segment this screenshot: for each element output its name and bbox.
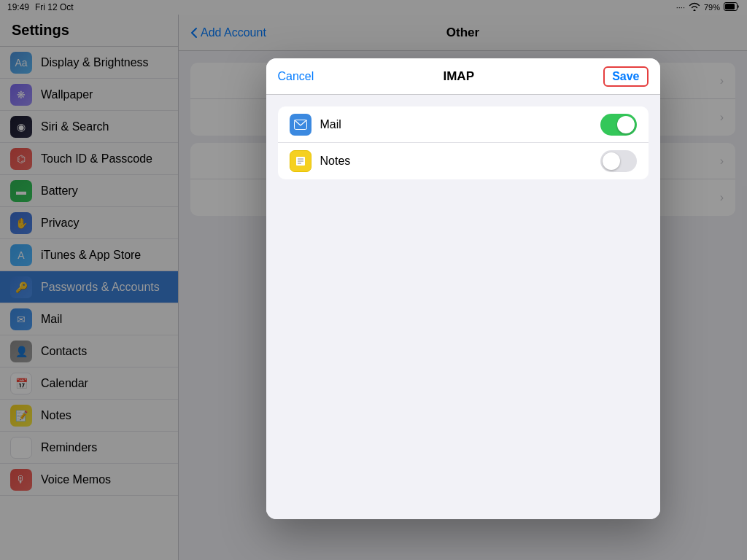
notes-row-icon — [290, 150, 311, 172]
mail-row-label: Mail — [320, 118, 341, 131]
notes-toggle-thumb — [603, 152, 620, 170]
mail-toggle-thumb — [617, 116, 635, 133]
modal-cancel-button[interactable]: Cancel — [278, 70, 314, 83]
modal-header: Cancel IMAP Save — [266, 58, 660, 95]
notes-toggle[interactable] — [600, 150, 637, 172]
modal: Cancel IMAP Save Mail — [179, 52, 747, 519]
modal-row-notes: Notes — [278, 143, 649, 179]
modal-save-button[interactable]: Save — [603, 66, 648, 87]
modal-empty-area — [266, 191, 660, 519]
modal-container: Cancel IMAP Save Mail — [266, 58, 660, 519]
notes-row-label: Notes — [320, 155, 351, 168]
mail-row-icon — [290, 114, 311, 136]
modal-row-mail: Mail — [278, 106, 649, 143]
modal-body: Mail Notes — [278, 106, 649, 179]
modal-title: IMAP — [443, 69, 474, 84]
mail-toggle[interactable] — [600, 114, 637, 136]
